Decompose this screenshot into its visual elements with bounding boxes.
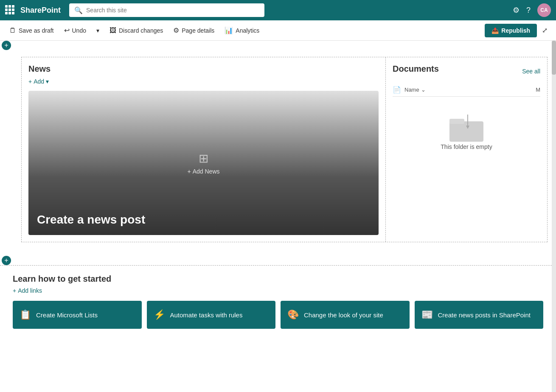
main-content: + News + Add ▾ ⊞ + Add News Create a n — [0, 41, 556, 392]
news-posts-icon: 📰 — [421, 309, 433, 320]
add-news-label: + Add News — [188, 168, 220, 175]
add-section-top: + — [0, 41, 556, 50]
news-title: News — [28, 64, 379, 74]
toolbar: 🗒 Save as draft ↩ Undo ▾ 🖼 Discard chang… — [0, 20, 556, 41]
name-column-header[interactable]: Name ⌄ — [404, 87, 524, 93]
bottom-section: Learn how to get started + Add links 📋 C… — [0, 265, 556, 337]
plus-icon: + — [13, 287, 16, 294]
documents-header: Documents See all — [393, 64, 540, 78]
add-section-top-button[interactable]: + — [2, 41, 11, 50]
undo-button[interactable]: ↩ Undo — [60, 24, 90, 37]
add-section-middle-button[interactable]: + — [2, 256, 11, 265]
analytics-icon: 📊 — [225, 26, 233, 34]
news-icon: ⊞ — [199, 151, 208, 165]
add-news-btn[interactable]: + Add ▾ — [28, 78, 379, 85]
list-item[interactable]: 📋 Create Microsoft Lists — [13, 301, 142, 329]
svg-rect-1 — [449, 119, 464, 124]
save-icon: 🗒 — [9, 27, 16, 34]
file-icon: 📄 — [393, 86, 401, 94]
see-all-link[interactable]: See all — [522, 68, 540, 75]
news-card-label: Create a news post — [37, 213, 145, 227]
avatar[interactable]: CA — [537, 3, 551, 17]
list-item[interactable]: ⚡ Automate tasks with rules — [147, 301, 276, 329]
discard-button[interactable]: 🖼 Discard changes — [105, 24, 167, 37]
documents-title: Documents — [393, 64, 439, 74]
scrollbar[interactable] — [552, 41, 556, 392]
analytics-button[interactable]: 📊 Analytics — [220, 24, 264, 37]
bottom-title: Learn how to get started — [13, 274, 543, 284]
folder-icon — [447, 114, 486, 143]
quick-links-container: 📋 Create Microsoft Lists ⚡ Automate task… — [13, 301, 543, 329]
documents-table-header: 📄 Name ⌄ M — [393, 83, 540, 97]
save-draft-button[interactable]: 🗒 Save as draft — [5, 24, 58, 37]
app-launcher-icon[interactable] — [5, 5, 15, 15]
page-content: News + Add ▾ ⊞ + Add News Create a news … — [13, 50, 556, 256]
nav-right-actions: ⚙ ? CA — [513, 3, 551, 17]
empty-folder-label: This folder is empty — [441, 143, 492, 150]
automate-icon: ⚡ — [154, 309, 165, 320]
settings-icon[interactable]: ⚙ — [513, 6, 519, 15]
add-section-middle: + — [0, 256, 556, 265]
page-details-icon: ⚙ — [173, 26, 179, 34]
add-links-btn[interactable]: + Add links — [13, 287, 543, 294]
help-icon[interactable]: ? — [526, 6, 531, 15]
republish-button[interactable]: 📤 Republish — [485, 24, 537, 37]
list-item[interactable]: 🎨 Change the look of your site — [281, 301, 410, 329]
scrollbar-thumb[interactable] — [552, 41, 556, 75]
sort-icon: ⌄ — [421, 87, 426, 93]
collapse-button[interactable]: ⤢ — [539, 24, 551, 37]
chevron-icon: ▾ — [46, 78, 49, 85]
brand-logo: SharePoint — [20, 6, 61, 15]
republish-icon: 📤 — [491, 27, 499, 34]
list-item[interactable]: 📰 Create news posts in SharePoint — [415, 301, 544, 329]
news-card[interactable]: ⊞ + Add News Create a news post — [28, 91, 379, 235]
look-icon: 🎨 — [287, 309, 299, 320]
discard-icon: 🖼 — [110, 27, 116, 34]
search-icon: 🔍 — [74, 6, 83, 14]
undo-icon: ↩ — [64, 26, 70, 34]
empty-folder: This folder is empty — [393, 97, 540, 167]
svg-rect-0 — [449, 121, 483, 142]
news-column: News + Add ▾ ⊞ + Add News Create a news … — [22, 57, 386, 242]
search-bar[interactable]: 🔍 — [69, 3, 264, 17]
undo-dropdown-button[interactable]: ▾ — [92, 25, 104, 36]
page-details-button[interactable]: ⚙ Page details — [169, 24, 219, 37]
top-navigation: SharePoint 🔍 ⚙ ? CA — [0, 0, 556, 20]
two-column-section: News + Add ▾ ⊞ + Add News Create a news … — [21, 57, 548, 242]
plus-icon: + — [28, 78, 32, 85]
lists-icon: 📋 — [20, 309, 31, 320]
documents-column: Documents See all 📄 Name ⌄ M — [386, 57, 547, 242]
search-input[interactable] — [86, 7, 259, 14]
modified-column-header: M — [528, 87, 540, 93]
chevron-down-icon: ▾ — [96, 27, 99, 34]
plus-icon: + — [188, 168, 191, 175]
